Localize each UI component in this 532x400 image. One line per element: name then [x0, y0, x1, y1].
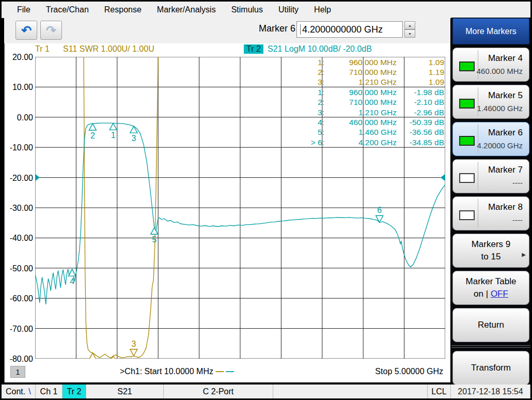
- svg-text:3: 3: [131, 340, 136, 348]
- status-bar-spacer: [273, 384, 427, 398]
- trace2-measurement-label[interactable]: S21 LogM 10.00dB/ -20.0dB: [268, 44, 372, 54]
- marker-value: 1.09: [397, 78, 444, 87]
- marker-4-label: Marker 4: [488, 53, 523, 64]
- channel-number-box[interactable]: 1: [10, 366, 25, 378]
- y-tick-label: -60.00: [5, 294, 33, 303]
- trace1-measurement-label[interactable]: S11 SWR 1.000U/ 1.00U: [63, 44, 154, 54]
- marker-frequency: 710.000 MHz: [324, 98, 397, 107]
- menu-stimulus[interactable]: Stimulus: [224, 2, 271, 18]
- stepper-down-button[interactable]: ▼: [404, 29, 415, 38]
- marker-value: 1.19: [397, 68, 444, 77]
- marker-7-button[interactable]: Marker 7 ----: [452, 159, 529, 193]
- marker-table-state: on | OFF: [474, 288, 508, 300]
- marker-table-toggle-button[interactable]: Marker Table on | OFF: [452, 271, 529, 305]
- marker-8-label: Marker 8: [488, 202, 523, 212]
- marker-8-led-off: [459, 210, 475, 220]
- menu-response[interactable]: Response: [97, 2, 149, 18]
- menu-help[interactable]: Help: [306, 2, 339, 18]
- marker-frequency: 960.000 MHz: [324, 88, 397, 97]
- trace-status-header: Tr 1 S11 SWR 1.000U/ 1.00U Tr 2 S21 LogM…: [5, 44, 450, 56]
- marker-4-led-on: [459, 61, 475, 71]
- channel-segment[interactable]: Ch 1: [36, 384, 62, 398]
- svg-text:5: 5: [152, 235, 157, 244]
- channel-label: Ch 1: [40, 387, 58, 396]
- more-markers-label: More Markers: [465, 27, 517, 36]
- redo-button[interactable]: ↷: [40, 21, 62, 40]
- menu-file[interactable]: File: [2, 2, 38, 18]
- marker-4-button[interactable]: Marker 4 460.000 MHz: [452, 48, 529, 82]
- y-tick-label: 20.00: [5, 53, 33, 62]
- marker-value: -50.39 dB: [397, 118, 444, 127]
- active-trace-label: Tr 2: [67, 387, 82, 396]
- y-tick-label: 10.00: [5, 83, 33, 92]
- sweep-stop-label: Stop 5.00000 GHz: [375, 367, 443, 376]
- svg-text:1: 1: [111, 131, 116, 140]
- marker-table-on-option: on: [474, 289, 483, 299]
- marker-number: 5:: [304, 128, 324, 137]
- more-markers-button[interactable]: More Markers: [452, 18, 529, 44]
- marker-table-off-option[interactable]: OFF: [491, 289, 508, 299]
- calibration-segment[interactable]: C 2-Port: [164, 384, 273, 398]
- return-label: Return: [478, 319, 504, 331]
- y-tick-label: 0.00: [5, 113, 33, 122]
- sweep-status-segment[interactable]: Cont.\: [2, 384, 36, 398]
- local-remote-segment[interactable]: LCL: [427, 384, 451, 398]
- marker-value: -2.96 dB: [397, 108, 444, 117]
- marker-8-button[interactable]: Marker 8 ----: [452, 196, 529, 230]
- y-tick-label: -50.00: [5, 264, 33, 273]
- marker-6-button-selected[interactable]: Marker 6 4.20000 GHz: [452, 122, 529, 156]
- transform-label: Transform: [471, 362, 511, 374]
- marker-value: -1.98 dB: [397, 88, 444, 97]
- return-button[interactable]: Return: [452, 308, 529, 342]
- marker-5-led-on: [459, 99, 475, 109]
- marker-7-label: Marker 7: [488, 165, 523, 175]
- readout-row-tr2-m1: 1:960.000 MHz-1.98 dB: [304, 87, 444, 97]
- marker-readout-table: 1:960.000 MHz1.09 2:710.000 MHz1.19 3:1.…: [304, 57, 444, 148]
- menu-marker-analysis[interactable]: Marker/Analysis: [149, 2, 224, 18]
- y-tick-label: -40.00: [5, 234, 33, 243]
- svg-text:6: 6: [377, 206, 382, 214]
- marker-value: 1.09: [397, 58, 444, 67]
- trace1-tag[interactable]: Tr 1: [35, 44, 50, 54]
- markers-9-to-15-button[interactable]: Markers 9 to 15 ▶: [452, 234, 529, 268]
- marker-number: 1:: [304, 88, 324, 97]
- marker-table-label: Marker Table: [466, 275, 517, 288]
- measurement-segment[interactable]: S21: [86, 384, 164, 398]
- sweep-start-label: >Ch1: Start 10.0000 MHz — —: [120, 367, 233, 376]
- stepper-up-button[interactable]: ▲: [404, 21, 415, 29]
- menu-utility[interactable]: Utility: [271, 2, 306, 18]
- marker-frequency: 4.200 GHz: [324, 138, 397, 147]
- markers-9-label-line1: Markers 9: [472, 238, 511, 251]
- readout-row-tr2-m2: 2:710.000 MHz-2.10 dB: [304, 98, 444, 107]
- start-frequency-text: >Ch1: Start 10.0000 MHz: [120, 367, 213, 376]
- button-divider: [478, 162, 478, 191]
- marker-frequency: 1.210 GHz: [324, 108, 397, 117]
- button-divider: [478, 199, 478, 228]
- marker-value: -2.10 dB: [397, 98, 444, 107]
- marker-frequency: 1.460 GHz: [324, 128, 397, 137]
- local-mode-label: LCL: [431, 387, 446, 396]
- marker-entry-caption: Marker 6: [259, 23, 295, 34]
- marker-4-value: 460.000 MHz: [477, 67, 523, 75]
- marker-number: 2:: [304, 98, 324, 107]
- y-tick-label: -20.00: [5, 174, 33, 183]
- menu-trace-chan[interactable]: Trace/Chan: [38, 2, 97, 18]
- marker-frequency-input[interactable]: 4.2000000000 GHz: [296, 21, 403, 38]
- marker-6-led-on: [459, 136, 475, 146]
- marker-7-value: ----: [512, 178, 523, 187]
- svg-text:4: 4: [70, 277, 74, 286]
- marker-frequency: 1.210 GHz: [324, 78, 397, 87]
- trace2-legend-dash: —: [226, 367, 233, 376]
- marker-5-value: 1.46000 GHz: [477, 104, 523, 113]
- transform-button[interactable]: Transform: [452, 351, 529, 385]
- text-cursor: [300, 24, 301, 35]
- trace2-tag-active[interactable]: Tr 2: [244, 44, 263, 54]
- redo-icon: ↷: [46, 23, 56, 38]
- status-bar: Cont.\ Ch 1 Tr 2 S21 C 2-Port LCL 2017-1…: [2, 384, 530, 398]
- measurement-display-panel: Tr 1 S11 SWR 1.000U/ 1.00U Tr 2 S21 LogM…: [4, 43, 450, 382]
- calibration-label: C 2-Port: [203, 387, 234, 396]
- marker-5-button[interactable]: Marker 5 1.46000 GHz: [452, 85, 529, 119]
- active-trace-segment[interactable]: Tr 2: [62, 384, 86, 398]
- trace1-legend-dash: —: [215, 367, 223, 376]
- undo-button[interactable]: ↶: [15, 21, 37, 40]
